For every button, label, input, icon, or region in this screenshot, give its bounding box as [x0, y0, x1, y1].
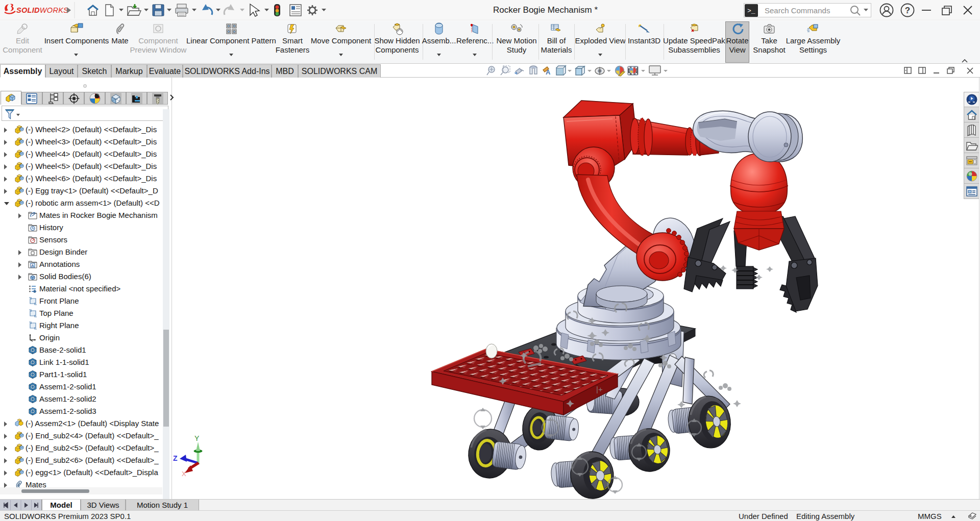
- svg-text:SOLIDWORKS: SOLIDWORKS: [16, 6, 68, 14]
- svg-text:X: X: [182, 470, 186, 478]
- svg-text:?: ?: [905, 6, 910, 15]
- svg-text:Y: Y: [194, 434, 200, 442]
- svg-text:>_: >_: [747, 7, 755, 15]
- svg-text:Z: Z: [173, 454, 178, 462]
- svg-text:|+: |+: [596, 385, 603, 393]
